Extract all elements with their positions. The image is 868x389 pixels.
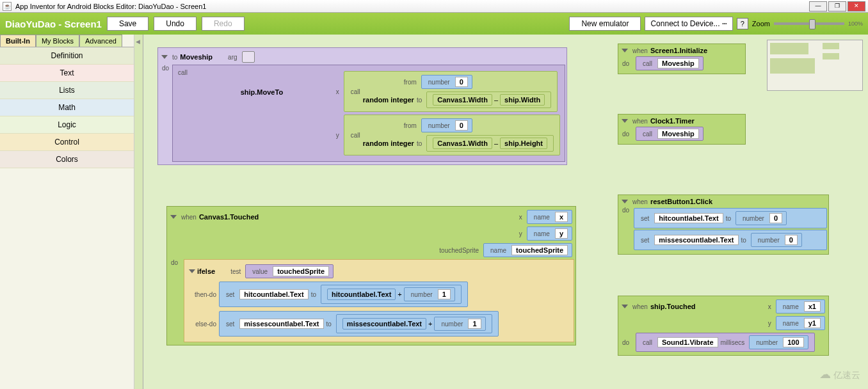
sidebar: Built-In My Blocks Advanced Definition T… — [0, 35, 134, 389]
block-moveship[interactable]: to Moveship arg do call ship.MoveTo — [157, 47, 567, 165]
titlebar: ☕ App Inventor for Android Blocks Editor… — [0, 0, 868, 13]
palette-logic[interactable]: Logic — [0, 116, 134, 134]
zoom-percentage: 100% — [848, 20, 863, 27]
random-x[interactable]: call from number0 random integer to — [344, 71, 558, 112]
block-canvas-touched[interactable]: when Canvas1.Touched x namex y namey tou… — [166, 206, 576, 345]
minimap[interactable] — [767, 40, 863, 91]
tab-advanced[interactable]: Advanced — [79, 35, 122, 47]
window-title: App Inventor for Android Blocks Editor: … — [15, 3, 206, 10]
collapse-icon[interactable] — [170, 215, 177, 219]
palette-definition[interactable]: Definition — [0, 47, 134, 65]
arg-slot[interactable] — [242, 51, 255, 63]
save-button[interactable]: Save — [107, 17, 149, 31]
new-emulator-button[interactable]: New emulator — [569, 17, 641, 31]
minimize-button[interactable]: — — [809, 1, 827, 12]
block-ship-touched[interactable]: whenship.Touched x namex1 y namey1 do ca… — [618, 296, 829, 356]
block-reset[interactable]: whenresetButton1.Click do sethitcountlab… — [618, 194, 829, 255]
project-title: DiaoYuDao - Screen1 — [5, 19, 102, 29]
java-icon: ☕ — [3, 2, 12, 11]
zoom-label: Zoom — [752, 20, 770, 28]
set-miss[interactable]: set missescountlabel.Text to missescount… — [219, 311, 499, 337]
palette-colors[interactable]: Colors — [0, 151, 134, 168]
block-timer[interactable]: whenClock1.Timer do callMoveship — [618, 114, 746, 145]
close-button[interactable]: ✕ — [848, 1, 865, 12]
palette-math[interactable]: Math — [0, 99, 134, 116]
watermark: ☁ 亿速云 — [819, 367, 860, 381]
redo-button[interactable]: Redo — [202, 17, 245, 31]
palette-control[interactable]: Control — [0, 134, 134, 151]
drawer-handle[interactable] — [134, 35, 143, 389]
random-y[interactable]: call from number0 random integer to — [344, 115, 560, 155]
block-initialize[interactable]: whenScreen1.Initialize do callMoveship — [618, 44, 746, 74]
undo-button[interactable]: Undo — [154, 17, 197, 31]
tab-builtin[interactable]: Built-In — [0, 35, 36, 47]
set-hit[interactable]: set hitcountlabel.Text to hitcountlabel.… — [219, 282, 468, 307]
palette-lists[interactable]: Lists — [0, 82, 134, 99]
tab-myblocks[interactable]: My Blocks — [36, 35, 79, 47]
blocks-canvas[interactable]: to Moveship arg do call ship.MoveTo — [134, 35, 868, 389]
zoom-slider[interactable] — [774, 22, 844, 25]
maximize-button[interactable]: ❐ — [828, 1, 846, 12]
connect-device-button[interactable]: Connect to Device... ⵈ — [645, 17, 732, 31]
help-button[interactable]: ? — [737, 18, 748, 29]
palette-text[interactable]: Text — [0, 65, 134, 82]
collapse-icon[interactable] — [161, 55, 168, 59]
proc-name: Moveship — [180, 53, 213, 61]
toolbar: DiaoYuDao - Screen1 Save Undo Redo New e… — [0, 13, 868, 35]
ifelse-block[interactable]: ifelse test valuetouchedSprite then-do s… — [184, 259, 574, 342]
